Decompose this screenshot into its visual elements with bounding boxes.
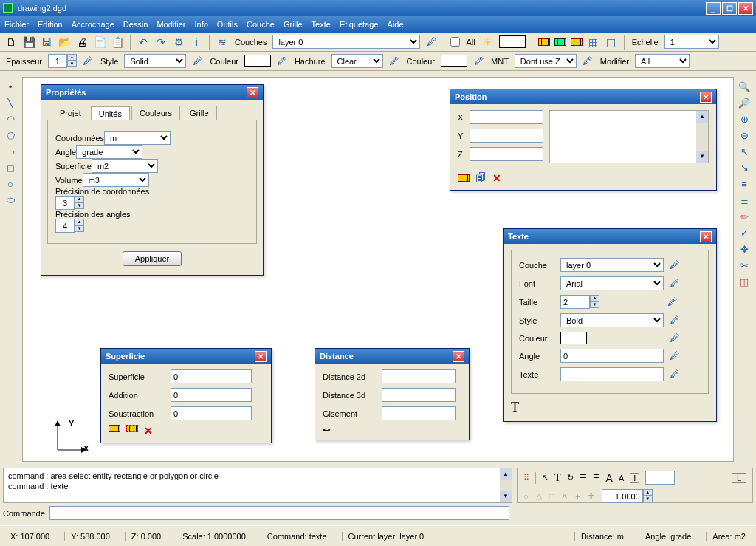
print-icon[interactable]: 🖨 [75,35,89,49]
align-r-icon[interactable]: ☰ [593,473,600,482]
save-all-icon[interactable]: 🖫 [40,35,53,49]
zoom-out-icon[interactable]: 🔎 [737,96,752,109]
close-button[interactable]: ✕ [738,2,753,15]
add-input[interactable] [171,388,252,402]
I-button[interactable]: I [630,473,639,483]
align-l-icon[interactable]: ☰ [580,473,587,482]
couleur-swatch[interactable] [244,55,271,67]
zoom-in-icon[interactable]: 🔍 [737,80,752,93]
sup-input[interactable] [171,369,252,383]
color-swatch-1[interactable] [499,35,526,48]
scale-num-input[interactable] [602,489,643,503]
coord-select[interactable]: m [104,131,171,145]
close-icon[interactable]: ✕ [255,351,267,362]
pen-icon[interactable]: 🖉 [670,259,679,270]
angle-select[interactable]: grade [76,145,142,159]
text-t-icon[interactable]: T [554,472,561,484]
layer-pen-icon[interactable]: 🖉 [425,35,438,49]
save-icon[interactable]: 💾 [22,35,35,49]
menu-outils[interactable]: Outils [217,20,238,29]
arc-tool-icon[interactable]: ◠ [3,112,18,126]
t-angle-input[interactable] [560,349,664,363]
new-file-icon[interactable]: 🗋 [4,35,18,49]
superficie-select[interactable]: m2 [92,159,158,173]
arrow-up-icon[interactable]: ↖ [737,145,752,158]
open-icon[interactable]: 📂 [58,35,71,49]
redo-icon[interactable]: ↷ [154,35,168,49]
pen-icon-3[interactable]: 🖉 [275,55,289,68]
t-texte-input[interactable] [560,367,664,381]
pen-icon-4[interactable]: 🖉 [388,55,401,68]
menu-couche[interactable]: Couche [247,20,275,29]
info-icon[interactable]: i [190,35,203,49]
paste-icon[interactable]: 📋 [111,35,124,49]
dlg-pos-title[interactable]: Position✕ [450,89,716,104]
menu-fichier[interactable]: Fichier [4,20,29,29]
ellipse-tool-icon[interactable]: ⬭ [3,194,18,207]
point-tool-icon[interactable]: • [3,80,18,93]
rotate-icon[interactable]: ↻ [567,473,574,482]
close-icon[interactable]: ✕ [700,92,712,103]
layers-icon[interactable]: ≋ [216,35,229,49]
close-icon[interactable]: ✕ [453,351,464,362]
pen-icon-6[interactable]: 🖉 [581,55,594,68]
pen-icon-5[interactable]: 🖉 [472,55,485,68]
menu-etiquetage[interactable]: Etiquetage [340,20,379,29]
sun-icon[interactable]: ☀ [481,35,495,49]
L-button[interactable]: L [732,473,746,483]
eraser-icon[interactable]: ✏ [737,210,752,223]
tab-grille[interactable]: Grille [182,106,217,120]
delete-icon[interactable]: ✕ [144,425,153,437]
apply-button[interactable]: Appliquer [123,251,182,266]
pen-icon-2[interactable]: 🖉 [190,55,204,68]
hachure-select[interactable]: Clear [331,54,383,68]
dlg-prop-title[interactable]: Propriétés✕ [41,85,263,100]
menu-texte[interactable]: Texte [312,20,331,29]
volume-select[interactable]: m3 [83,173,149,187]
arrow-down-icon[interactable]: ↘ [737,161,752,174]
lines-icon-2[interactable]: ≣ [737,194,752,207]
triangle-icon[interactable]: △ [536,491,542,501]
lines-icon-1[interactable]: ≡ [737,177,752,191]
d2d-input[interactable] [382,369,456,383]
pen-icon[interactable]: 🖉 [670,315,679,326]
zoom-fit-icon[interactable]: ⊕ [737,112,752,126]
text-icon[interactable]: T [511,394,709,415]
plus-icon[interactable]: + [575,492,580,501]
move-icon[interactable]: ✥ [737,242,752,256]
mnt-select[interactable]: Dont use Z [515,54,577,68]
pen-icon[interactable]: 🖉 [670,369,679,380]
pen-icon[interactable]: 🖉 [670,332,679,344]
commande-input[interactable] [49,506,509,520]
menu-dessin[interactable]: Dessin [123,20,148,29]
menu-modifier[interactable]: Modifier [157,20,185,29]
scissors-icon[interactable]: ✂ [737,259,752,272]
x-input[interactable] [470,110,543,124]
spin-down[interactable]: ▼ [67,61,77,67]
sous-input[interactable] [171,406,252,420]
select-box-icon[interactable]: ◫ [737,275,752,288]
layer-select[interactable]: layer 0 [272,35,420,49]
echelle-select[interactable]: 1 [664,35,719,49]
pen-icon[interactable]: 🖉 [670,278,679,289]
zoom-ext-icon[interactable]: ⊖ [737,129,752,142]
delete-icon[interactable]: ✕ [492,172,501,184]
arrow-icon[interactable]: ↖ [542,473,549,482]
prec-coord-input[interactable] [55,196,75,210]
undo-icon[interactable]: ↶ [137,35,150,49]
gear-icon[interactable]: ⚙ [172,35,185,49]
x-icon[interactable]: ✕ [561,491,568,501]
frame-tool-icon[interactable]: ◻ [3,161,18,174]
menu-grille[interactable]: Grille [284,20,303,29]
maximize-button[interactable]: ☐ [722,2,737,15]
ruler-icon-2[interactable] [554,38,566,46]
d3d-input[interactable] [382,388,456,402]
pentagon-tool-icon[interactable]: ⬠ [3,129,18,142]
gise-input[interactable] [382,406,456,420]
t-font-select[interactable]: Arial [560,276,664,290]
big-a-icon[interactable]: A [606,472,613,484]
couleur2-swatch[interactable] [441,55,467,67]
pen-icon[interactable]: 🖉 [667,296,677,307]
z-input[interactable] [470,147,543,161]
modifier-select[interactable]: All [635,54,690,68]
